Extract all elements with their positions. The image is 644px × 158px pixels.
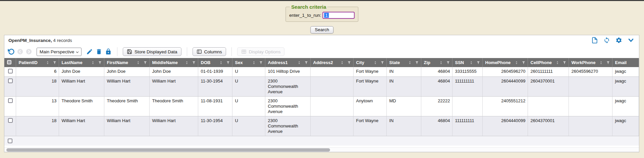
column-header-patientid[interactable]: PatientID <box>16 58 59 67</box>
delete-trash-icon[interactable] <box>96 48 102 55</box>
cell-patientid: 18 <box>16 77 59 97</box>
filter-icon[interactable] <box>98 61 102 65</box>
previous-icon <box>17 49 23 55</box>
columns-button[interactable]: Columns <box>193 47 226 56</box>
filter-icon[interactable] <box>606 61 610 65</box>
sort-icon[interactable] <box>297 61 301 65</box>
cell-sex: U <box>232 97 265 116</box>
row-checkbox[interactable] <box>8 78 13 83</box>
filter-icon[interactable] <box>476 61 480 65</box>
filter-icon[interactable] <box>192 61 196 65</box>
display-options-grid-icon <box>241 49 247 54</box>
search-area: Search criteria enter_1_to_run: 1 Search <box>285 4 358 34</box>
sort-icon[interactable] <box>408 61 412 65</box>
sort-icon[interactable] <box>185 61 189 65</box>
sort-icon[interactable] <box>555 61 559 65</box>
row-checkbox[interactable] <box>8 69 13 73</box>
filter-icon[interactable] <box>259 61 263 65</box>
sort-icon[interactable] <box>599 61 603 65</box>
row-checkbox-cell <box>4 67 16 77</box>
filter-icon[interactable] <box>226 61 230 65</box>
sort-icon[interactable] <box>439 61 443 65</box>
column-header-dob[interactable]: DOB <box>198 58 232 67</box>
sort-icon[interactable] <box>91 61 95 65</box>
sort-icon[interactable] <box>340 61 344 65</box>
edit-pencil-icon[interactable] <box>86 48 93 55</box>
sort-icon[interactable] <box>219 61 223 65</box>
panel-title: OpenPM_Insurance, 4 records <box>8 38 72 43</box>
horizontal-scrollbar[interactable] <box>4 147 639 152</box>
cell-patientid: 18 <box>16 116 59 136</box>
column-header-middlename[interactable]: MiddleName <box>149 58 198 67</box>
new-document-icon[interactable] <box>591 37 598 44</box>
row-checkbox[interactable] <box>8 118 13 123</box>
column-label: City <box>356 60 365 65</box>
filter-icon[interactable] <box>562 61 567 65</box>
filter-icon[interactable] <box>380 61 384 65</box>
column-header-address1[interactable]: Address1 <box>265 58 310 67</box>
enter-1-to-run-input[interactable]: 1 <box>323 12 355 19</box>
column-header-firstname[interactable]: FirstName <box>104 58 149 67</box>
perspective-select[interactable]: Main Perspective <box>37 48 82 56</box>
column-header-lastname[interactable]: LastName <box>59 58 104 67</box>
filter-icon[interactable] <box>522 61 526 65</box>
toolbar-separator <box>187 47 187 56</box>
sort-icon[interactable] <box>515 61 519 65</box>
cell-address2 <box>310 116 353 136</box>
table-row: 18William HartWilliam HartWilliam Hart11… <box>4 77 639 97</box>
column-header-sex[interactable]: Sex <box>232 58 265 67</box>
column-header-city[interactable]: City <box>353 58 386 67</box>
cell-sex: U <box>232 67 265 77</box>
cell-state: IN <box>386 116 421 136</box>
table-row: 18William HartWilliam HartWilliam Hart11… <box>4 116 639 136</box>
patients-table: PatientIDLastNameFirstNameMiddleNameDOBS… <box>4 58 639 136</box>
select-all-checkbox[interactable] <box>7 60 11 64</box>
cell-zip: 46804 <box>421 67 452 77</box>
column-header-ssn[interactable]: SSN <box>452 58 482 67</box>
scrollbar-thumb[interactable] <box>6 148 330 152</box>
column-header-cellphone[interactable]: CellPhone <box>528 58 569 67</box>
filter-icon[interactable] <box>446 61 450 65</box>
column-label: State <box>389 60 400 65</box>
search-button[interactable]: Search <box>311 26 334 34</box>
cell-email: jwagc <box>612 116 639 136</box>
undo-icon[interactable] <box>8 48 14 55</box>
column-label: Sex <box>235 60 243 65</box>
column-header-state[interactable]: State <box>386 58 421 67</box>
sort-icon[interactable] <box>469 61 473 65</box>
column-header-workphone[interactable]: WorkPhone <box>569 58 612 67</box>
chevron-down-icon[interactable] <box>628 37 634 44</box>
column-label: DOB <box>201 60 211 65</box>
filter-icon[interactable] <box>304 61 308 65</box>
sort-icon[interactable] <box>136 61 140 65</box>
save-floppy-icon <box>127 49 132 54</box>
column-header-homephone[interactable]: HomePhone <box>482 58 528 67</box>
filter-icon[interactable] <box>53 61 57 65</box>
cell-email: jwagc <box>612 67 639 77</box>
cell-city: Anytown <box>353 97 386 116</box>
record-count: 4 records <box>53 38 72 43</box>
filter-icon[interactable] <box>143 61 147 65</box>
sort-icon[interactable] <box>373 61 377 65</box>
column-header-email[interactable]: Email <box>612 58 639 67</box>
cell-ssn: 111111111 <box>452 77 482 97</box>
column-header-zip[interactable]: Zip <box>421 58 452 67</box>
lock-icon[interactable] <box>105 48 112 55</box>
cell-homephone: 2604440099 <box>482 77 528 97</box>
footer-row-checkbox[interactable] <box>8 139 12 143</box>
sort-icon[interactable] <box>252 61 256 65</box>
cell-state: IN <box>386 67 421 77</box>
gear-icon[interactable] <box>615 37 622 44</box>
row-checkbox[interactable] <box>8 98 13 103</box>
table-row: 6John DoeJohn DoeJohn Doe01-01-1939U101 … <box>4 67 639 77</box>
filter-icon[interactable] <box>415 61 419 65</box>
sort-icon[interactable] <box>46 61 50 65</box>
toolbar-separator <box>117 47 117 56</box>
cell-address2 <box>310 67 353 77</box>
refresh-icon[interactable] <box>603 37 610 44</box>
select-chevron-icon <box>75 50 79 54</box>
column-header-address2[interactable]: Address2 <box>310 58 353 67</box>
cell-firstname: William Hart <box>104 116 149 136</box>
filter-icon[interactable] <box>347 61 351 65</box>
store-displayed-data-button[interactable]: Store Displayed Data <box>123 47 181 56</box>
